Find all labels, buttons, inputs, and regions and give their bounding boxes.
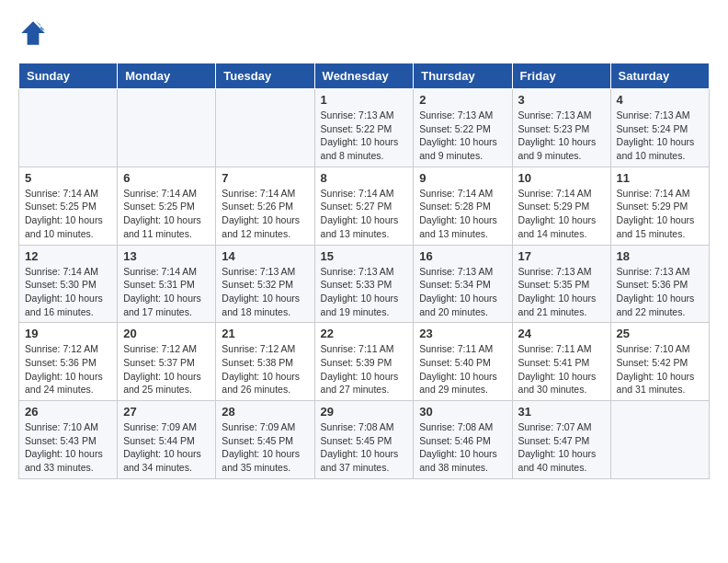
calendar-header-row: SundayMondayTuesdayWednesdayThursdayFrid…	[19, 63, 710, 89]
day-number: 28	[222, 405, 308, 419]
day-number: 26	[25, 405, 111, 419]
calendar-table: SundayMondayTuesdayWednesdayThursdayFrid…	[18, 63, 710, 479]
weekday-header-saturday: Saturday	[610, 63, 709, 89]
calendar-cell: 19Sunrise: 7:12 AM Sunset: 5:36 PM Dayli…	[19, 323, 118, 401]
calendar-cell: 30Sunrise: 7:08 AM Sunset: 5:46 PM Dayli…	[414, 401, 512, 479]
svg-marker-0	[21, 21, 45, 45]
calendar-cell: 29Sunrise: 7:08 AM Sunset: 5:45 PM Dayli…	[314, 401, 414, 479]
day-number: 29	[321, 405, 408, 419]
day-info: Sunrise: 7:13 AM Sunset: 5:34 PM Dayligh…	[419, 265, 506, 319]
day-info: Sunrise: 7:12 AM Sunset: 5:38 PM Dayligh…	[222, 342, 308, 396]
calendar-cell: 21Sunrise: 7:12 AM Sunset: 5:38 PM Dayli…	[216, 323, 314, 401]
day-info: Sunrise: 7:14 AM Sunset: 5:25 PM Dayligh…	[25, 187, 111, 241]
day-info: Sunrise: 7:13 AM Sunset: 5:36 PM Dayligh…	[617, 265, 703, 319]
calendar-cell: 24Sunrise: 7:11 AM Sunset: 5:41 PM Dayli…	[512, 323, 610, 401]
day-info: Sunrise: 7:14 AM Sunset: 5:31 PM Dayligh…	[123, 265, 210, 319]
day-info: Sunrise: 7:13 AM Sunset: 5:32 PM Dayligh…	[222, 265, 308, 319]
day-number: 11	[617, 171, 703, 185]
day-info: Sunrise: 7:14 AM Sunset: 5:28 PM Dayligh…	[419, 187, 506, 241]
calendar-cell: 5Sunrise: 7:14 AM Sunset: 5:25 PM Daylig…	[19, 167, 118, 245]
calendar-cell	[610, 401, 709, 479]
weekday-header-friday: Friday	[512, 63, 610, 89]
day-number: 10	[518, 171, 605, 185]
calendar-week-row: 1Sunrise: 7:13 AM Sunset: 5:22 PM Daylig…	[19, 89, 710, 167]
day-number: 12	[25, 249, 111, 263]
day-number: 6	[123, 171, 210, 185]
calendar-cell: 7Sunrise: 7:14 AM Sunset: 5:26 PM Daylig…	[216, 167, 314, 245]
day-info: Sunrise: 7:08 AM Sunset: 5:46 PM Dayligh…	[419, 420, 506, 475]
calendar-cell: 2Sunrise: 7:13 AM Sunset: 5:22 PM Daylig…	[414, 89, 512, 167]
day-number: 20	[123, 327, 210, 340]
day-info: Sunrise: 7:08 AM Sunset: 5:45 PM Dayligh…	[321, 420, 408, 475]
calendar-cell: 22Sunrise: 7:11 AM Sunset: 5:39 PM Dayli…	[314, 323, 414, 401]
logo-icon	[18, 18, 48, 48]
calendar-cell: 31Sunrise: 7:07 AM Sunset: 5:47 PM Dayli…	[512, 401, 610, 479]
day-info: Sunrise: 7:13 AM Sunset: 5:22 PM Dayligh…	[419, 109, 506, 163]
day-info: Sunrise: 7:11 AM Sunset: 5:41 PM Dayligh…	[518, 342, 605, 396]
calendar-cell	[118, 89, 216, 167]
day-number: 27	[123, 405, 210, 419]
day-number: 23	[419, 327, 506, 340]
day-number: 14	[222, 249, 308, 263]
calendar-cell: 16Sunrise: 7:13 AM Sunset: 5:34 PM Dayli…	[414, 245, 512, 323]
calendar-cell: 17Sunrise: 7:13 AM Sunset: 5:35 PM Dayli…	[512, 245, 610, 323]
weekday-header-tuesday: Tuesday	[216, 63, 314, 89]
calendar-cell: 11Sunrise: 7:14 AM Sunset: 5:29 PM Dayli…	[610, 167, 709, 245]
day-number: 15	[321, 249, 408, 263]
weekday-header-monday: Monday	[118, 63, 216, 89]
weekday-header-thursday: Thursday	[414, 63, 512, 89]
day-info: Sunrise: 7:14 AM Sunset: 5:27 PM Dayligh…	[321, 187, 408, 241]
day-number: 24	[518, 327, 605, 340]
calendar-cell: 14Sunrise: 7:13 AM Sunset: 5:32 PM Dayli…	[216, 245, 314, 323]
weekday-header-wednesday: Wednesday	[314, 63, 414, 89]
day-info: Sunrise: 7:11 AM Sunset: 5:40 PM Dayligh…	[419, 342, 506, 396]
day-info: Sunrise: 7:07 AM Sunset: 5:47 PM Dayligh…	[518, 420, 605, 475]
calendar-cell: 15Sunrise: 7:13 AM Sunset: 5:33 PM Dayli…	[314, 245, 414, 323]
calendar-cell: 23Sunrise: 7:11 AM Sunset: 5:40 PM Dayli…	[414, 323, 512, 401]
day-number: 3	[518, 93, 605, 107]
day-info: Sunrise: 7:10 AM Sunset: 5:43 PM Dayligh…	[25, 420, 111, 475]
day-info: Sunrise: 7:14 AM Sunset: 5:29 PM Dayligh…	[617, 187, 703, 241]
day-number: 31	[518, 405, 605, 419]
day-number: 8	[321, 171, 408, 185]
day-info: Sunrise: 7:13 AM Sunset: 5:35 PM Dayligh…	[518, 265, 605, 319]
calendar-cell: 20Sunrise: 7:12 AM Sunset: 5:37 PM Dayli…	[118, 323, 216, 401]
calendar-cell: 12Sunrise: 7:14 AM Sunset: 5:30 PM Dayli…	[19, 245, 118, 323]
day-number: 2	[419, 93, 506, 107]
day-number: 18	[617, 249, 703, 263]
day-number: 22	[321, 327, 408, 340]
day-number: 13	[123, 249, 210, 263]
day-info: Sunrise: 7:14 AM Sunset: 5:30 PM Dayligh…	[25, 265, 111, 319]
calendar-cell: 28Sunrise: 7:09 AM Sunset: 5:45 PM Dayli…	[216, 401, 314, 479]
calendar-cell: 3Sunrise: 7:13 AM Sunset: 5:23 PM Daylig…	[512, 89, 610, 167]
weekday-header-sunday: Sunday	[19, 63, 118, 89]
day-info: Sunrise: 7:13 AM Sunset: 5:24 PM Dayligh…	[617, 109, 703, 163]
day-number: 19	[25, 327, 111, 340]
day-number: 9	[419, 171, 506, 185]
day-info: Sunrise: 7:12 AM Sunset: 5:36 PM Dayligh…	[25, 342, 111, 396]
calendar-cell	[19, 89, 118, 167]
calendar-week-row: 12Sunrise: 7:14 AM Sunset: 5:30 PM Dayli…	[19, 245, 710, 323]
day-number: 21	[222, 327, 308, 340]
calendar-cell: 25Sunrise: 7:10 AM Sunset: 5:42 PM Dayli…	[610, 323, 709, 401]
day-number: 7	[222, 171, 308, 185]
day-info: Sunrise: 7:13 AM Sunset: 5:33 PM Dayligh…	[321, 265, 408, 319]
day-info: Sunrise: 7:14 AM Sunset: 5:26 PM Dayligh…	[222, 187, 308, 241]
calendar-cell: 8Sunrise: 7:14 AM Sunset: 5:27 PM Daylig…	[314, 167, 414, 245]
calendar-cell: 9Sunrise: 7:14 AM Sunset: 5:28 PM Daylig…	[414, 167, 512, 245]
calendar-cell: 4Sunrise: 7:13 AM Sunset: 5:24 PM Daylig…	[610, 89, 709, 167]
day-number: 17	[518, 249, 605, 263]
calendar-cell: 6Sunrise: 7:14 AM Sunset: 5:25 PM Daylig…	[118, 167, 216, 245]
calendar-week-row: 5Sunrise: 7:14 AM Sunset: 5:25 PM Daylig…	[19, 167, 710, 245]
day-info: Sunrise: 7:09 AM Sunset: 5:45 PM Dayligh…	[222, 420, 308, 475]
day-number: 30	[419, 405, 506, 419]
day-number: 4	[617, 93, 703, 107]
logo	[18, 18, 51, 48]
calendar-cell: 27Sunrise: 7:09 AM Sunset: 5:44 PM Dayli…	[118, 401, 216, 479]
day-info: Sunrise: 7:10 AM Sunset: 5:42 PM Dayligh…	[617, 342, 703, 396]
calendar-cell: 13Sunrise: 7:14 AM Sunset: 5:31 PM Dayli…	[118, 245, 216, 323]
calendar-week-row: 19Sunrise: 7:12 AM Sunset: 5:36 PM Dayli…	[19, 323, 710, 401]
day-info: Sunrise: 7:14 AM Sunset: 5:29 PM Dayligh…	[518, 187, 605, 241]
day-info: Sunrise: 7:13 AM Sunset: 5:22 PM Dayligh…	[321, 109, 408, 163]
day-info: Sunrise: 7:13 AM Sunset: 5:23 PM Dayligh…	[518, 109, 605, 163]
